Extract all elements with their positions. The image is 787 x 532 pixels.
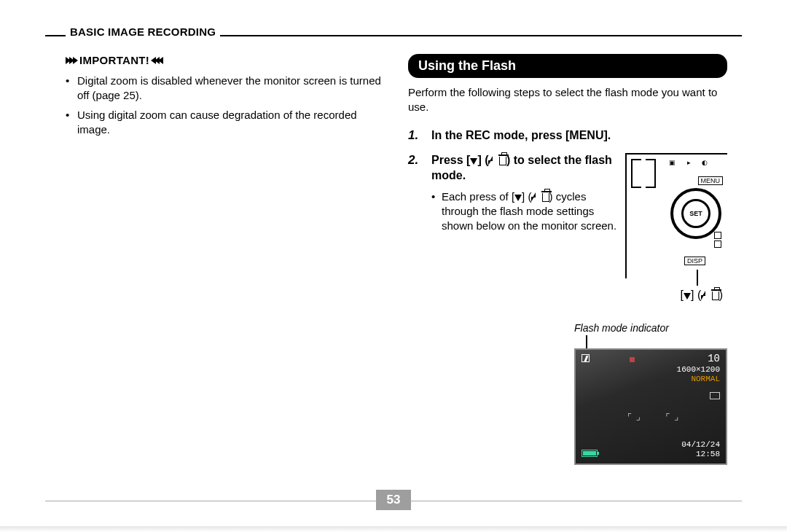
callout-line: [697, 270, 698, 286]
trash-icon: [542, 193, 549, 202]
disp-button-label: DISP: [684, 257, 705, 265]
lcd-top-right: 10 1600×1200 NORMAL: [677, 353, 720, 384]
diagram-top-icons: ▣ ▸ ◐: [669, 159, 713, 169]
page-shadow: [0, 526, 787, 532]
section-title-pill: Using the Flash: [408, 54, 727, 78]
step-sub-bullet: Each press of [] ( ) cycles through the …: [431, 189, 618, 234]
lcd-time: 12:58: [681, 450, 720, 459]
step-title: Press [] ( ) to select the flash mode.: [431, 153, 618, 184]
focus-brackets-icon: ⌜ ⌟⌜ ⌟: [627, 408, 678, 426]
important-label: IMPORTANT!: [79, 54, 149, 66]
lcd-bottom-right: 04/12/24 12:58: [681, 440, 720, 459]
battery-icon: [582, 450, 598, 457]
step-2: 2. Press [] ( ) to select the flash mode…: [408, 153, 727, 302]
down-arrow-icon: [470, 158, 477, 165]
diagram-lines: [646, 159, 656, 188]
important-heading: IMPORTANT!: [66, 54, 385, 66]
left-column: IMPORTANT! Digital zoom is disabled when…: [66, 54, 385, 141]
section-intro: Perform the following steps to select th…: [408, 85, 727, 115]
manual-page: BASIC IMAGE RECORDING IMPORTANT! Digital…: [45, 12, 742, 516]
flash-bolt-icon: [701, 291, 707, 300]
bullet-item: Digital zoom is disabled whenever the mo…: [66, 74, 385, 103]
set-button-label: SET: [681, 199, 710, 228]
record-icon: [630, 357, 635, 362]
down-arrow-icon: [514, 195, 522, 201]
flash-bolt-icon: [488, 156, 494, 165]
diagram-column: ▣ ▸ ◐ MENU SET DISP: [625, 153, 727, 302]
step-1: 1. In the REC mode, press [MENU].: [408, 128, 727, 144]
down-arrow-icon: [684, 293, 691, 300]
memory-icon: [710, 392, 720, 399]
flash-mode-caption: Flash mode indicator: [574, 322, 727, 334]
sub-bullet-item: Each press of [] ( ) cycles through the …: [431, 189, 618, 234]
flash-bolt-icon: [531, 192, 537, 202]
flash-mode-icon: [582, 354, 590, 362]
step-number: 1.: [408, 128, 424, 144]
step-number: 2.: [408, 153, 424, 302]
lcd-quality: NORMAL: [677, 375, 720, 384]
lcd-date: 04/12/24: [681, 440, 720, 450]
section-header: BASIC IMAGE RECORDING: [66, 26, 220, 38]
lcd-bottom-left: [582, 450, 598, 459]
lcd-preview: 10 1600×1200 NORMAL ⌜ ⌟⌜ ⌟ 04/12/24 12:5…: [574, 348, 727, 465]
flash-trash-icons: [714, 232, 724, 251]
page-number: 53: [376, 490, 411, 510]
diagram-lines: [631, 159, 641, 188]
step-title: In the REC mode, press [MENU].: [431, 128, 727, 144]
lcd-shots-remaining: 10: [677, 353, 720, 365]
lcd-resolution: 1600×1200: [677, 365, 720, 375]
lcd-top-left: [582, 354, 590, 362]
right-column: Using the Flash Perform the following st…: [408, 54, 727, 465]
callout-line: [586, 335, 587, 348]
trash-icon: [712, 292, 719, 300]
button-notation: [] ( ): [625, 289, 727, 302]
bullet-item: Using digital zoom can cause degradation…: [66, 108, 385, 138]
trash-icon: [499, 157, 506, 165]
chevrons-left-icon: [152, 57, 163, 64]
menu-button-label: MENU: [698, 176, 724, 185]
important-bullets: Digital zoom is disabled whenever the mo…: [66, 74, 385, 137]
camera-back-diagram: ▣ ▸ ◐ MENU SET DISP: [625, 153, 727, 278]
chevrons-right-icon: [66, 57, 77, 64]
steps: 1. In the REC mode, press [MENU]. 2. Pre…: [408, 128, 727, 302]
